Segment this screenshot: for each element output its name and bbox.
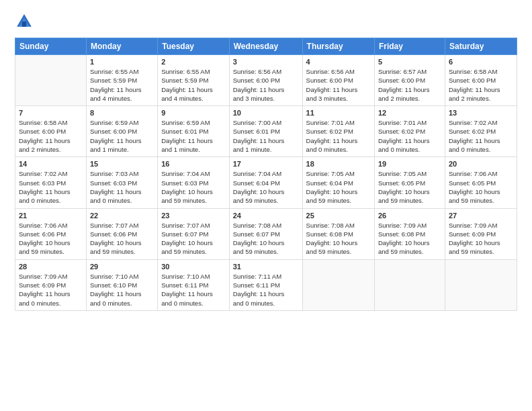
calendar-cell: 13Sunrise: 7:02 AMSunset: 6:02 PMDayligh…	[445, 106, 517, 157]
day-info: Sunrise: 6:59 AMSunset: 6:01 PMDaylight:…	[161, 118, 226, 154]
calendar-cell: 4Sunrise: 6:56 AMSunset: 6:00 PMDaylight…	[302, 55, 374, 106]
day-number: 12	[378, 109, 441, 117]
logo	[15, 12, 38, 31]
day-number: 7	[19, 109, 83, 117]
day-number: 23	[161, 212, 226, 220]
col-header-sunday: Sunday	[15, 38, 87, 55]
calendar-cell: 22Sunrise: 7:07 AMSunset: 6:06 PMDayligh…	[86, 208, 157, 259]
day-number: 10	[233, 109, 299, 117]
calendar-cell: 27Sunrise: 7:09 AMSunset: 6:09 PMDayligh…	[445, 208, 517, 259]
day-info: Sunrise: 7:11 AMSunset: 6:11 PMDaylight:…	[233, 272, 299, 308]
day-number: 26	[378, 212, 441, 220]
col-header-wednesday: Wednesday	[229, 38, 302, 55]
day-info: Sunrise: 7:09 AMSunset: 6:09 PMDaylight:…	[449, 221, 513, 257]
calendar-cell: 26Sunrise: 7:09 AMSunset: 6:08 PMDayligh…	[374, 208, 445, 259]
day-info: Sunrise: 7:10 AMSunset: 6:10 PMDaylight:…	[90, 272, 154, 308]
day-info: Sunrise: 7:10 AMSunset: 6:11 PMDaylight:…	[161, 272, 226, 308]
calendar-cell: 6Sunrise: 6:58 AMSunset: 6:00 PMDaylight…	[445, 55, 517, 106]
day-number: 28	[19, 263, 83, 271]
calendar-cell: 19Sunrise: 7:05 AMSunset: 6:05 PMDayligh…	[374, 157, 445, 208]
week-row-1: 1Sunrise: 6:55 AMSunset: 5:59 PMDaylight…	[15, 55, 517, 106]
calendar-cell: 1Sunrise: 6:55 AMSunset: 5:59 PMDaylight…	[86, 55, 157, 106]
day-number: 9	[161, 109, 226, 117]
day-number: 22	[90, 212, 154, 220]
day-number: 31	[233, 263, 299, 271]
calendar-cell	[445, 259, 517, 310]
day-info: Sunrise: 6:59 AMSunset: 6:00 PMDaylight:…	[90, 118, 154, 154]
calendar-cell: 12Sunrise: 7:01 AMSunset: 6:02 PMDayligh…	[374, 106, 445, 157]
day-number: 5	[378, 58, 441, 66]
calendar-cell: 21Sunrise: 7:06 AMSunset: 6:06 PMDayligh…	[15, 208, 87, 259]
day-number: 13	[449, 109, 513, 117]
day-number: 16	[161, 160, 226, 168]
calendar-cell: 15Sunrise: 7:03 AMSunset: 6:03 PMDayligh…	[86, 157, 157, 208]
day-number: 6	[449, 58, 513, 66]
col-header-thursday: Thursday	[302, 38, 374, 55]
header-row: SundayMondayTuesdayWednesdayThursdayFrid…	[15, 38, 517, 55]
calendar-cell	[374, 259, 445, 310]
day-number: 19	[378, 160, 441, 168]
calendar-cell: 3Sunrise: 6:56 AMSunset: 6:00 PMDaylight…	[229, 55, 302, 106]
col-header-saturday: Saturday	[445, 38, 517, 55]
calendar-cell: 31Sunrise: 7:11 AMSunset: 6:11 PMDayligh…	[229, 259, 302, 310]
col-header-tuesday: Tuesday	[158, 38, 230, 55]
day-number: 29	[90, 263, 154, 271]
day-number: 8	[90, 109, 154, 117]
week-row-2: 7Sunrise: 6:58 AMSunset: 6:00 PMDaylight…	[15, 106, 517, 157]
day-info: Sunrise: 7:02 AMSunset: 6:02 PMDaylight:…	[449, 118, 513, 154]
day-info: Sunrise: 7:02 AMSunset: 6:03 PMDaylight:…	[19, 169, 83, 205]
calendar-cell: 30Sunrise: 7:10 AMSunset: 6:11 PMDayligh…	[158, 259, 230, 310]
day-info: Sunrise: 7:06 AMSunset: 6:05 PMDaylight:…	[449, 169, 513, 205]
logo-icon	[15, 12, 34, 31]
calendar-cell: 29Sunrise: 7:10 AMSunset: 6:10 PMDayligh…	[86, 259, 157, 310]
week-row-3: 14Sunrise: 7:02 AMSunset: 6:03 PMDayligh…	[15, 157, 517, 208]
day-info: Sunrise: 7:05 AMSunset: 6:04 PMDaylight:…	[306, 169, 371, 205]
svg-rect-2	[22, 21, 26, 27]
day-number: 25	[306, 212, 371, 220]
day-info: Sunrise: 7:04 AMSunset: 6:03 PMDaylight:…	[161, 169, 226, 205]
day-number: 2	[161, 58, 226, 66]
page: SundayMondayTuesdayWednesdayThursdayFrid…	[0, 0, 532, 411]
calendar-cell: 10Sunrise: 7:00 AMSunset: 6:01 PMDayligh…	[229, 106, 302, 157]
day-info: Sunrise: 6:58 AMSunset: 6:00 PMDaylight:…	[449, 67, 513, 103]
calendar-cell	[302, 259, 374, 310]
week-row-4: 21Sunrise: 7:06 AMSunset: 6:06 PMDayligh…	[15, 208, 517, 259]
day-number: 3	[233, 58, 299, 66]
calendar-header: SundayMondayTuesdayWednesdayThursdayFrid…	[15, 38, 517, 55]
calendar-cell: 8Sunrise: 6:59 AMSunset: 6:00 PMDaylight…	[86, 106, 157, 157]
day-number: 20	[449, 160, 513, 168]
calendar-cell: 16Sunrise: 7:04 AMSunset: 6:03 PMDayligh…	[158, 157, 230, 208]
day-number: 21	[19, 212, 83, 220]
calendar-cell: 28Sunrise: 7:09 AMSunset: 6:09 PMDayligh…	[15, 259, 87, 310]
day-info: Sunrise: 7:09 AMSunset: 6:08 PMDaylight:…	[378, 221, 441, 257]
calendar-cell: 9Sunrise: 6:59 AMSunset: 6:01 PMDaylight…	[158, 106, 230, 157]
day-info: Sunrise: 6:55 AMSunset: 5:59 PMDaylight:…	[90, 67, 154, 103]
day-number: 24	[233, 212, 299, 220]
day-number: 27	[449, 212, 513, 220]
day-info: Sunrise: 6:56 AMSunset: 6:00 PMDaylight:…	[306, 67, 371, 103]
calendar-cell: 24Sunrise: 7:08 AMSunset: 6:07 PMDayligh…	[229, 208, 302, 259]
calendar-cell: 18Sunrise: 7:05 AMSunset: 6:04 PMDayligh…	[302, 157, 374, 208]
day-info: Sunrise: 7:01 AMSunset: 6:02 PMDaylight:…	[378, 118, 441, 154]
calendar-cell: 7Sunrise: 6:58 AMSunset: 6:00 PMDaylight…	[15, 106, 87, 157]
week-row-5: 28Sunrise: 7:09 AMSunset: 6:09 PMDayligh…	[15, 259, 517, 310]
day-info: Sunrise: 7:09 AMSunset: 6:09 PMDaylight:…	[19, 272, 83, 308]
day-info: Sunrise: 7:05 AMSunset: 6:05 PMDaylight:…	[378, 169, 441, 205]
col-header-monday: Monday	[86, 38, 157, 55]
calendar-cell: 5Sunrise: 6:57 AMSunset: 6:00 PMDaylight…	[374, 55, 445, 106]
calendar-cell: 23Sunrise: 7:07 AMSunset: 6:07 PMDayligh…	[158, 208, 230, 259]
calendar-cell: 17Sunrise: 7:04 AMSunset: 6:04 PMDayligh…	[229, 157, 302, 208]
day-number: 30	[161, 263, 226, 271]
day-number: 15	[90, 160, 154, 168]
calendar-body: 1Sunrise: 6:55 AMSunset: 5:59 PMDaylight…	[15, 55, 517, 311]
day-number: 17	[233, 160, 299, 168]
calendar-cell	[15, 55, 87, 106]
day-number: 1	[90, 58, 154, 66]
day-number: 4	[306, 58, 371, 66]
day-info: Sunrise: 7:01 AMSunset: 6:02 PMDaylight:…	[306, 118, 371, 154]
day-info: Sunrise: 7:04 AMSunset: 6:04 PMDaylight:…	[233, 169, 299, 205]
calendar-cell: 11Sunrise: 7:01 AMSunset: 6:02 PMDayligh…	[302, 106, 374, 157]
day-info: Sunrise: 6:55 AMSunset: 5:59 PMDaylight:…	[161, 67, 226, 103]
day-info: Sunrise: 6:57 AMSunset: 6:00 PMDaylight:…	[378, 67, 441, 103]
day-info: Sunrise: 7:07 AMSunset: 6:07 PMDaylight:…	[161, 221, 226, 257]
